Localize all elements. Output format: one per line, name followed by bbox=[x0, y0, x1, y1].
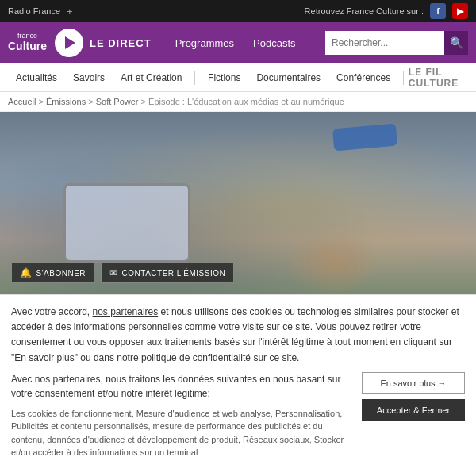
social-label: Retrouvez France Culture sur : bbox=[305, 6, 424, 16]
hero-image: 🔔 S'ABONNER ✉ CONTACTER L'ÉMISSION bbox=[0, 112, 476, 294]
search-area: 🔍 bbox=[325, 31, 468, 55]
header: france Culture LE DIRECT Programmes Podc… bbox=[0, 22, 476, 63]
subnav-conferences[interactable]: Conférences bbox=[328, 63, 398, 92]
subscribe-button[interactable]: 🔔 S'ABONNER bbox=[11, 263, 94, 283]
subnav-documentaires[interactable]: Documentaires bbox=[248, 63, 328, 92]
breadcrumb-sep3: > bbox=[141, 97, 148, 106]
nav-programmes[interactable]: Programmes bbox=[167, 33, 242, 54]
facebook-icon[interactable]: f bbox=[430, 3, 446, 19]
top-bar-left: Radio France + bbox=[8, 6, 73, 17]
accepter-fermer-button[interactable]: Accepter & Fermer bbox=[362, 399, 465, 421]
fil-culture-label: LE FIL CULTURE bbox=[409, 67, 468, 89]
search-icon: 🔍 bbox=[450, 36, 463, 49]
breadcrumb-sep1: > bbox=[39, 97, 46, 106]
cookie-buttons-col: En savoir plus → Accepter & Fermer bbox=[362, 372, 465, 421]
main-nav: Programmes Podcasts bbox=[167, 33, 325, 54]
subnav-divider bbox=[194, 71, 195, 85]
search-button[interactable]: 🔍 bbox=[444, 31, 468, 55]
logo-france-culture: france Culture bbox=[8, 33, 47, 52]
hero-tablet bbox=[63, 183, 190, 263]
logo-area[interactable]: france Culture bbox=[8, 33, 47, 52]
youtube-icon[interactable]: ▶ bbox=[452, 3, 468, 19]
envelope-icon: ✉ bbox=[109, 267, 118, 278]
subnav-fictions[interactable]: Fictions bbox=[200, 63, 248, 92]
top-bar: Radio France + Retrouvez France Culture … bbox=[0, 0, 476, 22]
cookie-para2: Avec nos partenaires, nous traitons les … bbox=[11, 372, 354, 401]
subscribe-label: S'ABONNER bbox=[36, 269, 86, 278]
breadcrumb-accueil[interactable]: Accueil bbox=[8, 97, 36, 106]
breadcrumb-sep2: > bbox=[88, 97, 95, 106]
cookie-detail: Les cookies de fonctionnement, Mesure d'… bbox=[11, 407, 354, 459]
subnav-actualites[interactable]: Actualités bbox=[8, 63, 65, 92]
en-savoir-plus-button[interactable]: En savoir plus → bbox=[362, 372, 465, 394]
contact-emission-button[interactable]: ✉ CONTACTER L'ÉMISSION bbox=[101, 263, 234, 283]
cookie-consent-bar: Avec votre accord, nos partenaires et no… bbox=[0, 294, 476, 475]
cookie-actions-row: Avec nos partenaires, nous traitons les … bbox=[11, 372, 465, 466]
logo-culture-text: Culture bbox=[8, 40, 47, 52]
nav-podcasts[interactable]: Podcasts bbox=[245, 33, 303, 54]
hero-hand bbox=[286, 231, 381, 294]
contact-label: CONTACTER L'ÉMISSION bbox=[122, 269, 226, 278]
bell-icon: 🔔 bbox=[20, 267, 33, 278]
hero-buttons: 🔔 S'ABONNER ✉ CONTACTER L'ÉMISSION bbox=[11, 263, 234, 283]
breadcrumb-episode: Épisode : L'éducation aux médias et au n… bbox=[148, 97, 344, 106]
subnav-divider2 bbox=[403, 71, 404, 85]
search-input[interactable] bbox=[325, 31, 444, 55]
subnav-art-creation[interactable]: Art et Création bbox=[113, 63, 190, 92]
breadcrumb: Accueil > Émissions > Soft Power > Épiso… bbox=[0, 92, 476, 112]
le-direct-label: LE DIRECT bbox=[90, 37, 152, 49]
cookie-intro-text: Avec votre accord, bbox=[11, 306, 93, 317]
partenaires-link[interactable]: nos partenaires bbox=[93, 306, 159, 317]
radio-france-label: Radio France bbox=[8, 6, 60, 16]
sub-nav: Actualités Savoirs Art et Création Ficti… bbox=[0, 63, 476, 92]
breadcrumb-emissions[interactable]: Émissions bbox=[46, 97, 86, 106]
play-button[interactable] bbox=[55, 29, 83, 57]
cookie-intro-para: Avec votre accord, nos partenaires et no… bbox=[11, 305, 465, 366]
subnav-savoirs[interactable]: Savoirs bbox=[65, 63, 113, 92]
play-triangle-icon bbox=[65, 36, 75, 49]
cookie-text-col: Avec nos partenaires, nous traitons les … bbox=[11, 372, 354, 466]
breadcrumb-soft-power[interactable]: Soft Power bbox=[96, 97, 139, 106]
add-tab-button[interactable]: + bbox=[67, 6, 73, 17]
top-bar-right: Retrouvez France Culture sur : f ▶ bbox=[305, 3, 468, 19]
